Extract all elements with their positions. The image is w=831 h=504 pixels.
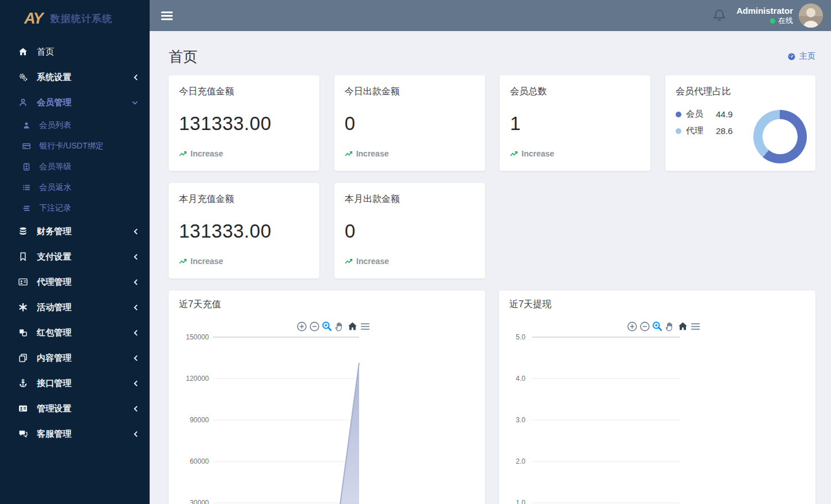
stat-card-title: 会员总数 [510, 86, 640, 98]
database-icon [17, 227, 29, 236]
svg-text:3.0: 3.0 [516, 416, 525, 424]
legend-label: 代理 [686, 125, 703, 136]
donut-chart [753, 110, 807, 163]
legend-label: 会员 [686, 109, 703, 120]
sidebar-item[interactable]: 财务管理 [0, 219, 150, 244]
stat-row-2: 本月充值金额 131333.00 Increase 本月出款金额 0 Incre… [169, 183, 815, 278]
increase-label: Increase [190, 257, 223, 266]
sidebar-item-label: 支付设置 [37, 251, 71, 262]
stat-card-month-deposit: 本月充值金额 131333.00 Increase [169, 183, 319, 278]
notification-bell-icon[interactable] [712, 9, 726, 22]
stat-card-title: 今日出款金额 [345, 86, 475, 98]
trending-up-icon [179, 150, 187, 157]
chevron-left-icon [134, 371, 138, 396]
sidebar-subitem[interactable]: 会员等级 [0, 156, 150, 177]
svg-text:60000: 60000 [190, 457, 209, 465]
svg-text:150000: 150000 [186, 333, 209, 341]
stream-icon [21, 204, 32, 212]
menu-icon[interactable] [360, 320, 371, 332]
stat-card-today-deposit: 今日充值金额 131333.00 Increase [169, 75, 319, 171]
topbar-right: Administrator 在线 [712, 3, 823, 28]
sidebar-item[interactable]: 客服管理 [0, 421, 150, 446]
logo-mark: AY [24, 10, 43, 28]
stat-card-title: 本月充值金额 [179, 193, 309, 205]
legend-value: 28.6 [716, 126, 733, 136]
withdraw-7day-chart-card: 5.04.03.02.01.0 近7天提现 [499, 291, 815, 504]
home-icon [17, 47, 29, 56]
sidebar-subitem[interactable]: 银行卡/USDT绑定 [0, 136, 150, 156]
user-solid-icon [21, 121, 32, 129]
sidebar-subitem[interactable]: 会员列表 [0, 115, 150, 136]
sidebar-item[interactable]: 活动管理 [0, 295, 150, 320]
sidebar-item[interactable]: 首页 [0, 39, 150, 64]
comments-icon [17, 429, 29, 438]
sidebar-subitem-label: 会员等级 [39, 162, 71, 172]
chevron-left-icon [134, 269, 138, 295]
legend-value: 44.9 [716, 109, 733, 119]
sidebar-item[interactable]: 会员管理 [0, 90, 150, 115]
id-badge-icon [21, 163, 32, 171]
user-info[interactable]: Administrator 在线 [737, 6, 793, 25]
zoom-in-icon[interactable] [296, 320, 307, 332]
sidebar-item[interactable]: 接口管理 [0, 371, 150, 396]
sidebar-subitem[interactable]: 会员返水 [0, 177, 150, 198]
chart-title: 近7天提现 [509, 299, 551, 311]
stat-card-value: 1 [510, 113, 640, 135]
sidebar-subitem-label: 会员返水 [39, 182, 71, 193]
chevron-left-icon [134, 320, 138, 345]
sidebar-item[interactable]: 代理管理 [0, 269, 150, 295]
address-card-icon [17, 277, 29, 287]
sidebar-item[interactable]: 管理设置 [0, 396, 150, 421]
sidebar-item-label: 管理设置 [37, 403, 71, 414]
increase-label: Increase [356, 257, 389, 266]
increase-label: Increase [190, 149, 223, 158]
zoom-out-icon[interactable] [309, 320, 320, 332]
reset-home-icon[interactable] [347, 320, 358, 332]
menu-icon[interactable] [690, 320, 701, 332]
user-status: 在线 [737, 16, 793, 25]
trending-up-icon [179, 258, 187, 265]
avatar[interactable] [799, 3, 823, 28]
zoom-out-icon[interactable] [639, 320, 650, 332]
sidebar-item-label: 内容管理 [37, 353, 71, 364]
trending-up-icon [345, 258, 353, 265]
home-page-link[interactable]: 主页 [787, 51, 815, 62]
sidebar-subitem[interactable]: 下注记录 [0, 198, 150, 219]
sidebar-item-label: 活动管理 [37, 302, 71, 313]
main-content: 首页 主页 今日充值金额 131333.00 Increase 今日出款金额 0… [150, 31, 831, 504]
stat-card-month-payout: 本月出款金额 0 Increase [334, 183, 485, 278]
sidebar-item-label: 会员管理 [37, 97, 71, 108]
sidebar-item-label: 系统设置 [37, 72, 71, 83]
legend-dot [676, 112, 681, 117]
chevron-left-icon [134, 396, 138, 421]
sidebar-item-label: 红包管理 [37, 327, 71, 338]
app-logo: AY 数据统计系统 [0, 0, 150, 37]
cubes-icon [17, 328, 29, 337]
reset-home-icon[interactable] [677, 320, 688, 332]
svg-text:120000: 120000 [186, 375, 209, 383]
deposit-7day-chart-card: 150000120000900006000030000 近7天充值 [169, 291, 485, 504]
pan-hand-icon[interactable] [665, 320, 676, 332]
zoom-in-icon[interactable] [627, 320, 638, 332]
stat-card-value: 131333.00 [179, 113, 309, 135]
sidebar-item-label: 接口管理 [37, 378, 71, 389]
charts-row: 150000120000900006000030000 近7天充值 5.04.0… [169, 291, 815, 504]
sidebar-item[interactable]: 支付设置 [0, 244, 150, 269]
sidebar-item[interactable]: 红包管理 [0, 320, 150, 345]
topbar: Administrator 在线 [150, 0, 831, 31]
svg-text:5.0: 5.0 [516, 333, 525, 341]
selection-zoom-icon[interactable] [322, 320, 333, 332]
list-icon [21, 184, 32, 192]
chevron-down-icon [132, 90, 138, 115]
user-icon [17, 98, 29, 107]
sidebar-toggle-icon[interactable] [161, 12, 173, 20]
selection-zoom-icon[interactable] [652, 320, 663, 332]
page-title: 首页 [169, 47, 197, 66]
app-window: AY 数据统计系统 首页系统设置会员管理会员列表银行卡/USDT绑定会员等级会员… [0, 0, 831, 504]
member-agent-ratio-card: 会员代理占比 会员 44.9 代理 28.6 [665, 75, 815, 171]
pan-hand-icon[interactable] [334, 320, 345, 332]
sidebar-item[interactable]: 内容管理 [0, 345, 150, 371]
increase-label: Increase [521, 149, 554, 158]
stat-card-today-payout: 今日出款金额 0 Increase [334, 75, 485, 171]
sidebar-item[interactable]: 系统设置 [0, 64, 150, 90]
